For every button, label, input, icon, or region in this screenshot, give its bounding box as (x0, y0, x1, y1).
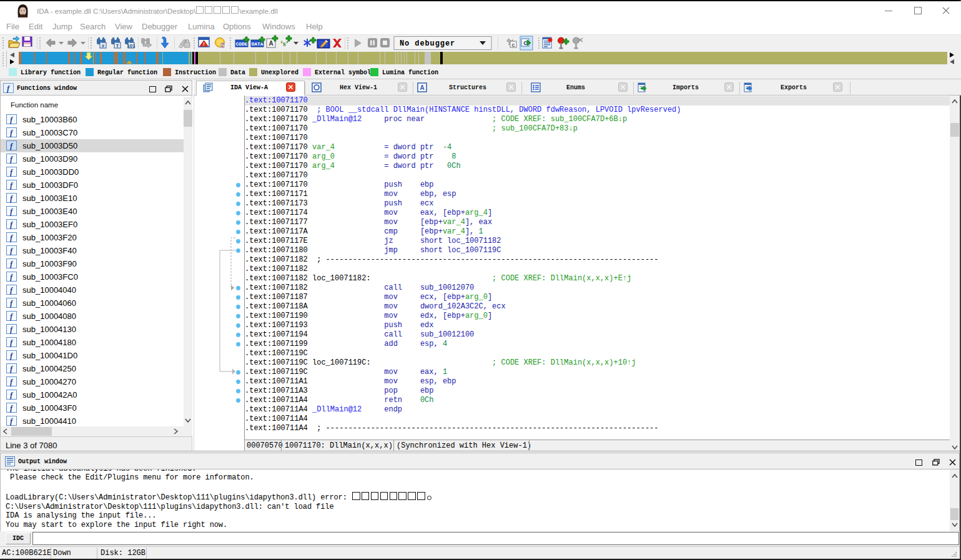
svg-text:No debugger: No debugger (400, 39, 455, 48)
svg-text:A: A (420, 84, 424, 91)
svg-text:c: c (511, 42, 515, 48)
svg-text:T: T (116, 43, 119, 49)
svg-text:A: A (269, 40, 273, 47)
svg-text:#: # (102, 43, 105, 49)
svg-text:!: ! (203, 41, 205, 47)
svg-text:‘s’: ‘s’ (280, 39, 288, 48)
svg-text:c: c (523, 39, 527, 46)
svg-text:101: 101 (127, 43, 136, 49)
